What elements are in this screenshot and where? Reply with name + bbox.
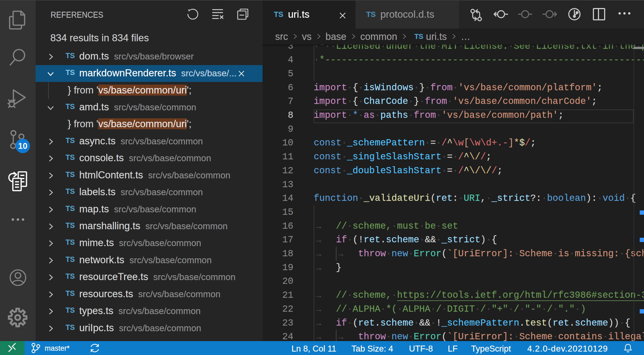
svg-text:10: 10 [18,141,27,151]
